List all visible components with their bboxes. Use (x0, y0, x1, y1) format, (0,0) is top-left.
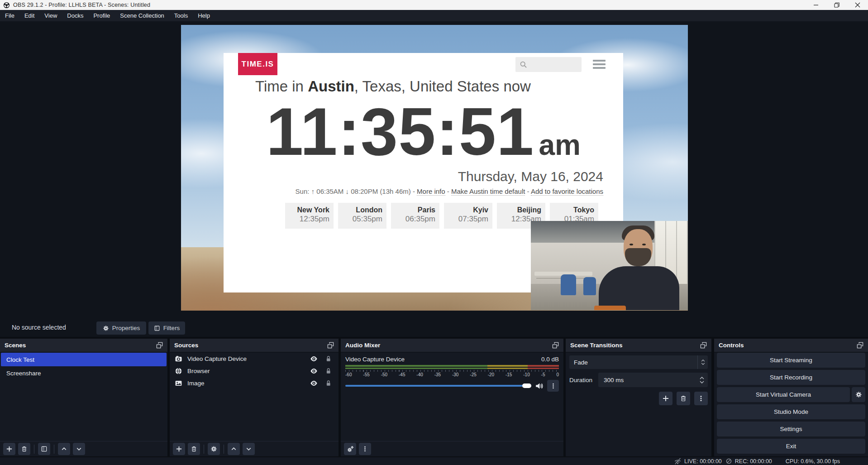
camera-icon (175, 355, 182, 363)
chevron-down-icon (700, 381, 704, 384)
source-move-up-button[interactable] (228, 443, 240, 455)
mixer-menu-button[interactable] (359, 443, 371, 455)
filter-icon (41, 446, 48, 452)
exit-button[interactable]: Exit (717, 439, 865, 454)
sources-panel: Sources Video Capture Device Browser (170, 339, 339, 456)
duration-spinbox[interactable]: 300 ms (598, 373, 708, 387)
minimize-icon (812, 1, 820, 9)
trash-icon (191, 446, 197, 452)
trash-icon (21, 446, 28, 452)
add-scene-button[interactable] (3, 443, 15, 455)
webcam-person (599, 225, 688, 310)
remove-source-button[interactable] (188, 443, 200, 455)
popout-icon[interactable] (156, 342, 163, 349)
menu-file[interactable]: File (0, 10, 19, 21)
chevron-up-icon (700, 377, 704, 379)
eye-icon[interactable] (310, 355, 318, 363)
menu-tools[interactable]: Tools (169, 10, 193, 21)
start-recording-button[interactable]: Start Recording (717, 370, 865, 385)
duration-spin-arrows[interactable] (700, 377, 704, 384)
popout-icon[interactable] (552, 342, 559, 349)
menu-edit[interactable]: Edit (19, 10, 39, 21)
eye-icon[interactable] (310, 367, 318, 375)
source-item-image[interactable]: Image (170, 377, 339, 389)
city-kyiv: Kyiv07:35pm (444, 203, 492, 229)
timeis-heading: Time in Austin, Texas, United States now (255, 78, 531, 95)
source-item-browser[interactable]: Browser (170, 365, 339, 377)
timeis-clock: 11:35:51am (224, 98, 623, 165)
start-virtual-camera-button[interactable]: Start Virtual Camera (717, 387, 850, 402)
add-source-button[interactable] (173, 443, 185, 455)
chevron-up-icon (230, 446, 237, 452)
menu-help[interactable]: Help (193, 10, 215, 21)
globe-icon (175, 367, 182, 375)
eye-icon[interactable] (310, 379, 318, 387)
menu-profile[interactable]: Profile (88, 10, 115, 21)
source-move-down-button[interactable] (243, 443, 255, 455)
mixer-channel-menu-button[interactable] (547, 380, 559, 392)
source-item-video-capture[interactable]: Video Capture Device (170, 353, 339, 365)
make-default-link: Make Austin time default (451, 187, 525, 196)
menu-docks[interactable]: Docks (62, 10, 88, 21)
scene-item-screenshare[interactable]: Screenshare (1, 366, 167, 380)
filters-button[interactable]: Filters (148, 321, 185, 335)
start-streaming-button[interactable]: Start Streaming (717, 353, 865, 368)
source-properties-button[interactable] (208, 443, 220, 455)
lock-icon[interactable] (325, 368, 332, 374)
minimize-button[interactable] (806, 0, 826, 10)
volume-slider-handle[interactable] (522, 384, 531, 388)
menu-scene-collection[interactable]: Scene Collection (115, 10, 169, 21)
popout-icon[interactable] (857, 342, 863, 349)
city-newyork: New York12:35pm (285, 203, 334, 229)
lock-icon[interactable] (325, 380, 332, 387)
maximize-icon (833, 1, 840, 9)
settings-button[interactable]: Settings (717, 422, 865, 436)
volume-slider[interactable] (345, 385, 531, 387)
preview-canvas[interactable]: TIME.IS Time in Austin, Texas, United St… (181, 25, 688, 311)
favorite-link: Add to favorite locations (531, 187, 603, 196)
remove-scene-button[interactable] (18, 443, 30, 455)
transitions-title: Scene Transitions (570, 342, 623, 349)
source-toolbar: No source selected Properties Filters (0, 319, 868, 337)
maximize-button[interactable] (826, 0, 847, 10)
menu-view[interactable]: View (39, 10, 62, 21)
scene-item-clock-test[interactable]: Clock Test (1, 353, 167, 366)
obs-window: OBS 29.1.2 - Profile: LLHLS BETA - Scene… (0, 0, 868, 465)
advanced-audio-button[interactable] (344, 443, 356, 455)
transition-select-arrows[interactable] (697, 355, 708, 369)
rec-timer: REC: 00:00:00 (735, 458, 772, 465)
chevron-down-icon (245, 446, 252, 452)
kebab-icon (362, 446, 368, 452)
popout-icon[interactable] (700, 342, 707, 349)
close-button[interactable] (847, 0, 868, 10)
scene-transitions-panel: Scene Transitions Fade Duration 300 ms (566, 339, 711, 456)
scene-move-up-button[interactable] (58, 443, 70, 455)
controls-title: Controls (719, 342, 744, 349)
remove-transition-button[interactable] (677, 392, 690, 405)
speaker-icon[interactable] (535, 382, 544, 390)
cpu-stats: CPU: 0.6%, 30.00 fps (786, 458, 840, 465)
scene-move-down-button[interactable] (73, 443, 85, 455)
hamburger-icon (593, 60, 606, 69)
transition-select[interactable]: Fade (569, 355, 708, 369)
menubar: File Edit View Docks Profile Scene Colle… (0, 10, 868, 21)
gear-icon (210, 446, 217, 452)
live-icon (674, 457, 682, 465)
popout-icon[interactable] (327, 342, 334, 349)
lock-icon[interactable] (325, 355, 332, 362)
window-title: OBS 29.1.2 - Profile: LLHLS BETA - Scene… (13, 2, 150, 8)
timeis-search-box (515, 57, 582, 72)
scene-filters-button[interactable] (38, 443, 50, 455)
advanced-audio-icon (347, 446, 354, 453)
properties-button[interactable]: Properties (96, 321, 146, 335)
clock-ampm: am (539, 129, 581, 161)
chevron-down-icon (76, 446, 82, 452)
kebab-icon (697, 395, 705, 402)
timeis-city: Austin (308, 78, 354, 95)
filter-icon (154, 325, 160, 331)
studio-mode-button[interactable]: Studio Mode (717, 404, 865, 419)
add-transition-button[interactable] (659, 392, 672, 405)
transition-menu-button[interactable] (694, 392, 708, 405)
virtual-camera-config-button[interactable] (852, 387, 865, 402)
gear-icon (855, 391, 862, 398)
